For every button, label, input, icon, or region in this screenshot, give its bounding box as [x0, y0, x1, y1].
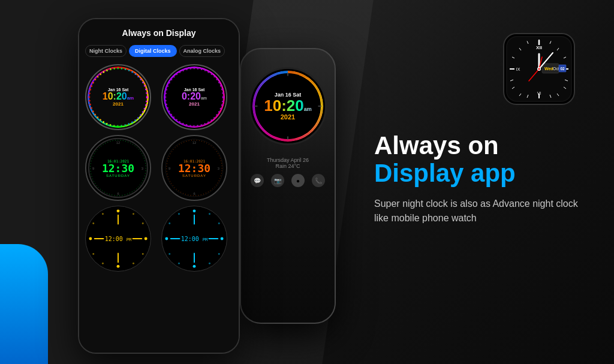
clock-minimal-yellow-text: 12:00 PM — [105, 236, 132, 242]
clock-orange-text: 16:01:2021 12:30 SATURDAY — [178, 159, 210, 178]
big-clock-time: 10:20am — [264, 98, 312, 113]
svg-point-18 — [145, 237, 148, 240]
svg-point-17 — [117, 209, 120, 212]
clock-rainbow-time: 10:20am — [103, 92, 134, 101]
analog-watch-icon: XII III VI IX Wed Oct 02 — [503, 33, 575, 105]
clock-orange-day: SATURDAY — [178, 174, 210, 178]
clock-minimal-yellow[interactable]: 12:00 PM — [85, 206, 151, 272]
clock-green-text: 16:01:2021 12:30 SATURDAY — [102, 159, 134, 178]
svg-point-26 — [102, 263, 104, 264]
clock-minimal-yellow-time: 12:00 PM — [105, 236, 132, 242]
clock-orange[interactable]: 12 3 6 9 16:01:2021 12:30 SATURDAY — [161, 135, 227, 201]
big-clock-phone: Jan 16 Sat 10:20am 2021 Thursday April 2… — [228, 48, 348, 348]
phone-mockup: Always on Display Night Clocks Digital C… — [78, 18, 240, 354]
svg-point-28 — [142, 253, 144, 255]
right-panel: Always on Display app Super night clock … — [374, 132, 590, 225]
svg-point-34 — [221, 237, 224, 240]
tab-night-clocks[interactable]: Night Clocks — [85, 45, 127, 57]
phone-icon-dot: ● — [291, 174, 305, 187]
svg-text:02: 02 — [560, 67, 565, 71]
watch-body: XII III VI IX Wed Oct 02 — [503, 33, 575, 105]
svg-point-20 — [89, 237, 92, 240]
phone-icons-row: 💬 📷 ● 📞 — [251, 174, 325, 187]
svg-point-40 — [168, 222, 170, 224]
phone-screen-title: Always on Display — [85, 28, 233, 38]
svg-text:12: 12 — [116, 141, 120, 145]
clock-purple[interactable]: Jan 16 Sat 0:20am 2021 — [161, 64, 227, 130]
clock-purple-time: 0:20am — [182, 92, 207, 101]
big-clock-text: Jan 16 Sat 10:20am 2021 — [264, 92, 312, 121]
headline-line1: Always on — [374, 132, 590, 160]
svg-point-22 — [142, 222, 144, 224]
phone-icon-phone: 📞 — [312, 174, 325, 187]
svg-text:3: 3 — [142, 167, 143, 170]
clock-green-time: 12:30 — [102, 163, 134, 174]
svg-text:Oct: Oct — [553, 67, 559, 71]
big-phone-screen: Jan 16 Sat 10:20am 2021 Thursday April 2… — [241, 49, 335, 323]
svg-text:VI: VI — [537, 91, 541, 95]
clock-minimal-cyan-text: 12:00 PM — [181, 236, 208, 242]
clock-rainbow-year: 2021 — [103, 101, 134, 107]
svg-text:9: 9 — [92, 167, 94, 170]
svg-point-25 — [92, 253, 94, 255]
svg-point-42 — [178, 263, 180, 264]
phone-bottom-info: Thursday April 26 Rain 24°C 💬 📷 ● 📞 — [251, 157, 325, 187]
svg-point-39 — [178, 213, 180, 215]
bg-blue-accent — [0, 244, 48, 364]
phone-screen: Always on Display Night Clocks Digital C… — [79, 19, 239, 353]
svg-text:9: 9 — [168, 167, 170, 170]
subtitle-text: Super night clock is also as Advance nig… — [374, 197, 590, 225]
tab-digital-clocks[interactable]: Digital Clocks — [129, 45, 177, 57]
svg-text:IX: IX — [516, 67, 520, 71]
watch-face: XII III VI IX Wed Oct 02 — [506, 36, 572, 102]
phone-icon-chat: 💬 — [251, 174, 264, 187]
watch-face-svg: XII III VI IX Wed Oct 02 — [506, 36, 572, 102]
clock-purple-year: 2021 — [182, 101, 207, 107]
clock-rainbow[interactable]: Jan 16 Sat 10:20am 2021 — [85, 64, 151, 130]
svg-text:Wed: Wed — [544, 67, 553, 71]
clock-minimal-cyan-time: 12:00 PM — [181, 236, 208, 242]
svg-point-35 — [193, 265, 196, 268]
svg-text:6: 6 — [117, 192, 119, 195]
svg-point-27 — [133, 263, 134, 264]
svg-point-19 — [117, 265, 120, 268]
svg-point-88 — [538, 68, 540, 70]
svg-point-41 — [168, 253, 170, 255]
svg-point-23 — [102, 213, 104, 215]
big-clock-face: Jan 16 Sat 10:20am 2021 — [249, 67, 327, 145]
clocks-grid: Jan 16 Sat 10:20am 2021 Jan 16 Sat 0:20a… — [85, 64, 233, 272]
clock-orange-time: 12:30 — [178, 163, 210, 174]
big-phone-body: Jan 16 Sat 10:20am 2021 Thursday April 2… — [240, 48, 336, 324]
svg-text:6: 6 — [193, 192, 195, 195]
svg-point-43 — [209, 263, 210, 264]
tabs-row: Night Clocks Digital Clocks Analog Clock… — [85, 45, 233, 57]
svg-point-24 — [92, 222, 94, 224]
clock-green-day: SATURDAY — [102, 174, 134, 178]
svg-point-38 — [218, 222, 220, 224]
clock-minimal-cyan[interactable]: 12:00 PM — [161, 206, 227, 272]
headline-line2: Display app — [374, 160, 590, 187]
svg-point-33 — [193, 209, 196, 212]
svg-text:XII: XII — [536, 45, 542, 50]
svg-point-36 — [165, 237, 168, 240]
clock-rainbow-text: Jan 16 Sat 10:20am 2021 — [103, 88, 134, 107]
clock-purple-text: Jan 16 Sat 0:20am 2021 — [182, 88, 207, 107]
svg-point-21 — [133, 213, 134, 215]
svg-text:12: 12 — [192, 141, 196, 145]
phone-icon-camera: 📷 — [271, 174, 284, 187]
svg-point-44 — [218, 253, 220, 255]
weather-condition: Rain 24°C — [251, 163, 325, 169]
clock-green[interactable]: 12 3 6 9 16:01:2021 12:30 SATURDAY — [85, 135, 151, 201]
weather-date: Thursday April 26 — [251, 157, 325, 163]
tab-analog-clocks[interactable]: Analog Clocks — [179, 45, 225, 57]
svg-point-37 — [209, 213, 210, 215]
svg-text:3: 3 — [218, 167, 219, 170]
